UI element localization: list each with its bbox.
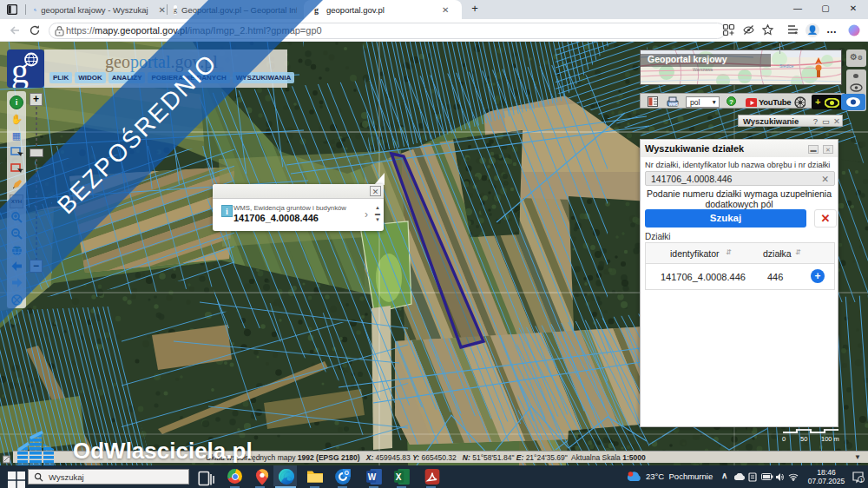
svg-text:Warszawa: Warszawa bbox=[693, 67, 713, 72]
svg-text:W: W bbox=[368, 472, 377, 482]
svg-text:Siedlce: Siedlce bbox=[779, 63, 794, 69]
svg-text:WMS: WMS bbox=[669, 102, 679, 107]
svg-text:X: X bbox=[396, 472, 402, 482]
svg-text:0: 0 bbox=[782, 435, 786, 443]
svg-text:50: 50 bbox=[800, 435, 807, 443]
svg-text:O: O bbox=[345, 470, 349, 476]
svg-text:100 m: 100 m bbox=[821, 435, 839, 443]
